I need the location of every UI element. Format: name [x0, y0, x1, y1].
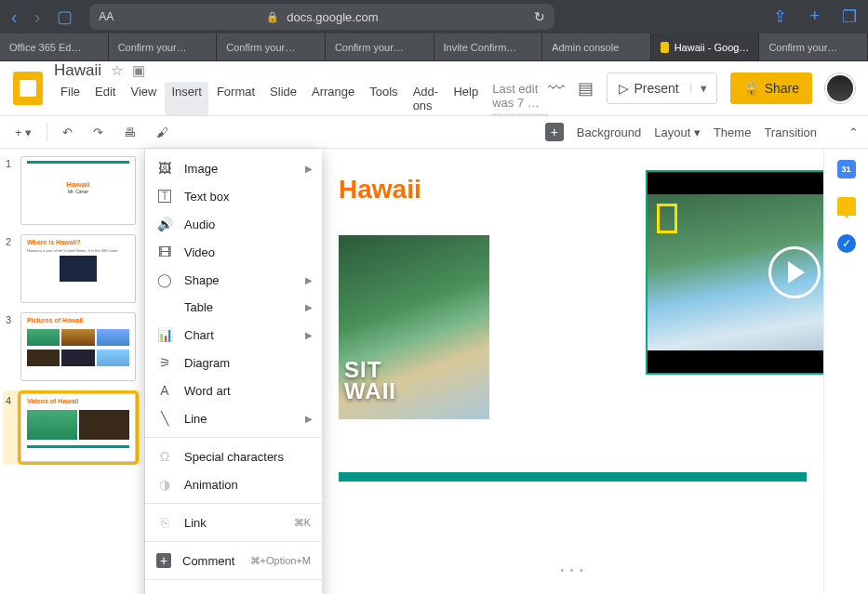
bookmarks-icon[interactable]: ▢ — [57, 7, 73, 27]
present-dropdown[interactable]: ▼ — [690, 83, 716, 94]
url-host: docs.google.com — [287, 10, 378, 24]
insert-audio[interactable]: 🔊Audio — [145, 210, 322, 238]
star-icon[interactable]: ☆ — [111, 62, 123, 79]
menu-tools[interactable]: Tools — [363, 82, 404, 115]
browser-tab[interactable]: Confirm your… — [326, 33, 434, 60]
slide-thumb[interactable]: Hawaii Mr. Carter — [20, 156, 136, 225]
slide-thumb[interactable]: Where is Hawaii? Hawaii is a part of the… — [20, 234, 136, 303]
chevron-right-icon: ▶ — [305, 302, 313, 312]
insert-line[interactable]: ╲Line▶ — [145, 404, 322, 432]
insert-new-slide[interactable]: New slideCtrl+M — [145, 585, 322, 594]
keep-addon-icon[interactable] — [837, 197, 856, 216]
menu-slide[interactable]: Slide — [263, 82, 303, 115]
tabs-overview-icon[interactable]: ❐ — [842, 7, 857, 27]
browser-toolbar: ‹ › ▢ AA 🔒 docs.google.com ↻ ⇪ + ❐ — [0, 0, 868, 33]
insert-table[interactable]: Table▶ — [145, 294, 322, 321]
menu-format[interactable]: Format — [210, 82, 261, 115]
image-icon: 🖼 — [156, 161, 173, 176]
layout-button[interactable]: Layout ▾ — [654, 125, 701, 139]
slide-canvas[interactable]: Hawaii SITWAII — [339, 156, 807, 519]
slide-thumb-row[interactable]: 3 Pictures of Hawaii — [6, 312, 139, 381]
browser-tabstrip: Office 365 Ed… Confirm your… Confirm you… — [0, 33, 868, 61]
side-panel — [823, 149, 868, 594]
activity-dashboard-icon[interactable]: 〰︎ — [548, 79, 565, 99]
slide-thumbnails-panel[interactable]: 1 Hawaii Mr. Carter 2 Where is Hawaii? H… — [0, 149, 145, 594]
forward-button[interactable]: › — [34, 7, 41, 28]
insert-comment[interactable]: +Comment⌘+Option+M — [145, 547, 322, 574]
insert-special-characters: ΩSpecial characters — [145, 442, 322, 470]
tasks-addon-icon[interactable] — [837, 234, 856, 253]
account-avatar[interactable] — [825, 73, 855, 103]
menu-insert[interactable]: Insert — [165, 82, 208, 115]
transition-button[interactable]: Transition — [764, 125, 817, 139]
menu-help[interactable]: Help — [447, 82, 485, 115]
insert-chart[interactable]: 📊Chart▶ — [145, 321, 322, 349]
browser-tab[interactable]: Admin console — [542, 33, 651, 60]
collapse-toolbar-icon[interactable]: ⌃ — [848, 125, 859, 139]
insert-image[interactable]: 🖼Image▶ — [145, 154, 322, 182]
new-slide-button[interactable]: + ▾ — [9, 122, 37, 143]
share-lock-icon: 🔒 — [743, 81, 759, 96]
link-icon: ⎘ — [156, 515, 173, 530]
toolbar: + ▾ ↶ ↷ 🖶 🖌 + Background Layout ▾ Theme … — [0, 115, 868, 149]
print-button[interactable]: 🖶 — [118, 122, 141, 143]
paint-format-button[interactable]: 🖌 — [151, 122, 174, 143]
comment-plus-icon: + — [156, 553, 171, 568]
slide-image-left[interactable]: SITWAII — [339, 235, 489, 419]
lock-icon: 🔒 — [266, 11, 279, 23]
speaker-notes-handle[interactable]: • • • — [322, 562, 823, 577]
play-icon[interactable] — [768, 246, 821, 298]
browser-tab[interactable]: Confirm your… — [217, 33, 326, 60]
present-button[interactable]: ▷Present ▼ — [607, 73, 717, 104]
slide-thumb-row[interactable]: 4 Videos of Hawaii — [3, 390, 141, 465]
insert-video[interactable]: 🎞Video — [145, 238, 322, 266]
reload-icon[interactable]: ↻ — [534, 9, 545, 24]
diagram-icon: ⚞ — [156, 355, 173, 370]
redo-button[interactable]: ↷ — [87, 122, 109, 143]
slide-video[interactable] — [646, 170, 823, 375]
background-button[interactable]: Background — [577, 125, 641, 139]
slide-thumb-row[interactable]: 1 Hawaii Mr. Carter — [6, 156, 139, 225]
video-icon: 🎞 — [156, 244, 173, 259]
back-button[interactable]: ‹ — [11, 7, 18, 28]
slide-title[interactable]: Hawaii — [339, 175, 421, 205]
address-bar[interactable]: AA 🔒 docs.google.com ↻ — [89, 4, 554, 30]
last-edit-link[interactable]: Last edit was 7 … — [492, 82, 547, 115]
textbox-icon: 🅃 — [156, 189, 173, 204]
comments-icon[interactable]: ▤ — [578, 78, 594, 99]
insert-animation: ◑Animation — [145, 470, 322, 498]
browser-tab[interactable]: Confirm your… — [109, 33, 218, 60]
insert-wordart[interactable]: AWord art — [145, 376, 322, 404]
menu-file[interactable]: File — [54, 82, 87, 115]
theme-button[interactable]: Theme — [714, 125, 751, 139]
slide-thumb[interactable]: Pictures of Hawaii — [20, 312, 136, 381]
document-title[interactable]: Hawaii — [54, 61, 101, 80]
browser-tab[interactable]: Invite Confirm… — [434, 33, 543, 60]
browser-tab[interactable]: Office 365 Ed… — [0, 33, 109, 60]
share-button[interactable]: 🔒 Share — [730, 73, 812, 104]
chevron-right-icon: ▶ — [305, 414, 313, 424]
move-folder-icon[interactable]: ▣ — [132, 62, 145, 79]
slide-canvas-area[interactable]: Hawaii SITWAII • • • — [322, 149, 823, 594]
menu-arrange[interactable]: Arrange — [305, 82, 361, 115]
insert-textbox[interactable]: 🅃Text box — [145, 182, 322, 210]
calendar-addon-icon[interactable] — [837, 160, 856, 178]
slides-app-icon[interactable] — [13, 72, 43, 105]
insert-diagram[interactable]: ⚞Diagram — [145, 349, 322, 376]
menu-addons[interactable]: Add-ons — [407, 82, 446, 115]
insert-shape[interactable]: ◯Shape▶ — [145, 266, 322, 294]
new-tab-icon[interactable]: + — [809, 7, 820, 27]
undo-button[interactable]: ↶ — [57, 122, 78, 143]
audio-icon: 🔊 — [156, 217, 173, 231]
reader-aa-icon[interactable]: AA — [99, 10, 114, 23]
slide-thumb-active[interactable]: Videos of Hawaii — [20, 393, 136, 462]
natgeo-frame-icon — [657, 204, 677, 233]
menu-edit[interactable]: Edit — [88, 82, 122, 115]
menu-view[interactable]: View — [124, 82, 163, 115]
browser-tab-active[interactable]: Hawaii - Goog… — [651, 33, 760, 60]
browser-tab[interactable]: Confirm your… — [759, 33, 868, 60]
slide-thumb-row[interactable]: 2 Where is Hawaii? Hawaii is a part of t… — [6, 234, 139, 303]
share-sheet-icon[interactable]: ⇪ — [773, 7, 787, 27]
slide-footer-bar — [339, 472, 807, 482]
add-box-button[interactable]: + — [545, 123, 564, 141]
